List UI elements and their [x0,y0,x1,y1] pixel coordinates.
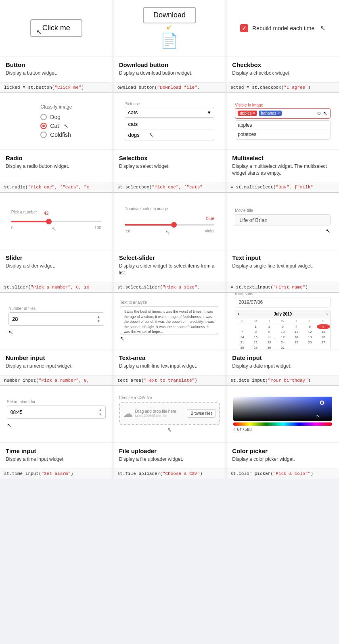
card-file-uploader: Choose a CSV file ☁ Drag and drop file h… [113,386,226,479]
select-current[interactable]: cats ▾ [125,107,215,118]
cal-day-13[interactable]: 13 [317,329,331,335]
cal-day-10[interactable]: 10 [276,329,290,335]
slider-track[interactable]: 42 [11,221,101,222]
file-uploader-preview: Choose a CSV file ☁ Drag and drop file h… [113,386,226,443]
calendar: ‹ July 2019 › S M T W T F S 1 2 [235,310,331,349]
cal-day-16[interactable]: 16↖ [262,335,276,340]
ss-fill [125,224,174,226]
cal-day-12[interactable]: 12 [303,329,317,335]
cal-day-27[interactable]: 27 [317,340,331,345]
button-code: licked = st.button("Click me") [0,82,113,92]
select-value: cats [128,109,138,115]
cal-day-5[interactable]: 5 [303,324,317,329]
download-button[interactable]: Download [143,7,196,23]
ss-thumb[interactable] [171,222,177,228]
cal-prev-icon[interactable]: ‹ [238,312,239,316]
select-option-dogs[interactable]: dogs ↖ [125,130,214,140]
date-input-code: st.date_input("Your birthday") [226,375,339,385]
selectbox-card-info: Selectbox Display a select widget. [113,150,226,182]
cal-day-1[interactable]: 1 [249,324,263,329]
time-up-icon[interactable]: ▲ [98,408,102,412]
file-drop-text: Drag and drop file here Limit 200MB per … [135,409,185,418]
radio-item-goldfish[interactable]: Goldfish [40,132,71,138]
file-limit-text: Limit 200MB per file [135,414,185,418]
cal-day-31[interactable]: 31 [276,345,290,349]
browse-files-button[interactable]: Browse files [187,409,216,418]
cal-day-17[interactable]: 17 [276,335,290,340]
ss-track[interactable] [125,224,215,226]
ta-label: Text to analyze [120,300,219,305]
cal-day-29[interactable]: 29 [249,345,263,349]
time-arrows[interactable]: ▲ ▼ [98,408,102,416]
ms-item-potatoes[interactable]: potatoes [235,130,330,139]
cal-day-26[interactable]: 26 [303,340,317,345]
ms-item-apples[interactable]: apples [235,121,330,130]
cal-day-20[interactable]: 20 [317,335,331,340]
hue-bar[interactable] [233,422,332,426]
cal-day-7[interactable]: 7 [235,329,249,335]
cal-day-22[interactable]: 22 [249,340,263,345]
cal-day-8[interactable]: 8 [249,329,263,335]
cal-head-s2: S [317,318,331,324]
time-down-icon[interactable]: ▼ [98,412,102,416]
cal-day-25[interactable]: 25 [289,340,303,345]
radio-item-cat[interactable]: Cat ↖ [40,123,69,129]
color-picker-widget: ↖ # 6f7588 [233,397,332,432]
card-text-input: Movie title Life of Brian ↖ Text input D… [226,193,339,292]
ms-tags-box[interactable]: apples × bananas × ⚙ ↖ [235,108,331,119]
text-input-code: = st.text_input("First name") [226,282,339,292]
download-card-info: Download button Display a download butto… [113,56,226,82]
ti-value[interactable]: Life of Brian [235,214,331,226]
ni-down-icon[interactable]: ▼ [97,319,100,323]
radio-desc: Display a radio button widget. [6,163,107,170]
radio-code: st.radio("Pick one", ["cats", "c [0,182,113,192]
ni-box[interactable]: 28 ▲ ▼ [8,312,104,326]
cal-day-9[interactable]: 9 [262,329,276,335]
ms-label: Visible in image [235,103,331,107]
number-input-widget: Number of files 28 ▲ ▼ ↖ [8,306,104,335]
cal-day-21[interactable]: 21 [235,340,249,345]
ta-value[interactable]: It was the best of times, it was the wor… [120,306,219,335]
card-download: Download ↙ 📄 Download button Display a d… [113,0,226,92]
cal-day-3[interactable]: 3 [276,324,290,329]
cal-day-24[interactable]: 24 [276,340,290,345]
download-arrow: ↙ [166,23,172,31]
cal-day-15[interactable]: 15 [249,335,263,340]
cal-day-2[interactable]: 2 [262,324,276,329]
file-drop-zone[interactable]: ☁ Drag and drop file here Limit 200MB pe… [119,402,220,425]
cal-day-14[interactable]: 14 [235,335,249,340]
cal-head-s1: S [235,318,249,324]
color-gradient[interactable]: ↖ [233,397,332,421]
slider-label: Pick a number [11,210,101,214]
time-value-box[interactable]: 08:45 ▲ ▼ [7,406,106,419]
text-input-desc: Display a single-line text input widget. [232,263,333,270]
cal-head-m: M [249,318,263,324]
radio-item-dog[interactable]: Dog [40,114,61,120]
cal-head-t1: T [262,318,276,324]
time-input-preview: Set an alarm for 08:45 ▲ ▼ ↖ [0,386,113,443]
text-area-desc: Display a multi-line text input widget. [119,363,220,370]
radio-label-cat: Cat [50,123,59,129]
cal-day-6[interactable]: 6 [317,324,331,329]
multiselect-code: = st.multiselect("Buy", ["milk" [226,182,339,192]
cal-day-11[interactable]: 11 [289,329,303,335]
selectbox-label: Pick one [125,102,215,106]
slider-thumb[interactable]: 42 [46,219,52,224]
date-value[interactable]: 2019/07/06 [235,297,331,307]
widget-grid: Click me ↖ Button Display a button widge… [0,0,339,479]
cal-day-empty1 [235,324,249,329]
cal-day-28[interactable]: 28 [235,345,249,349]
cal-day-19[interactable]: 19 [303,335,317,340]
slider-preview: Pick a number 42 0 ↖ 100 [0,193,113,249]
cal-day-4[interactable]: 4 [289,324,303,329]
checkbox-box[interactable]: ✓ [240,24,248,32]
file-uploader-code: st.file_uploader("Choose a CSV") [113,468,226,479]
checkbox-widget: ✓ Rebuild model each time ↖ [240,24,325,32]
ni-arrows[interactable]: ▲ ▼ [97,315,100,323]
cal-day-18[interactable]: 18 [289,335,303,340]
cal-day-30[interactable]: 30 [262,345,276,349]
slider-value: 42 [44,211,48,215]
cal-next-icon[interactable]: › [326,312,328,316]
select-option-cats[interactable]: cats [125,119,214,130]
ni-up-icon[interactable]: ▲ [97,315,100,319]
